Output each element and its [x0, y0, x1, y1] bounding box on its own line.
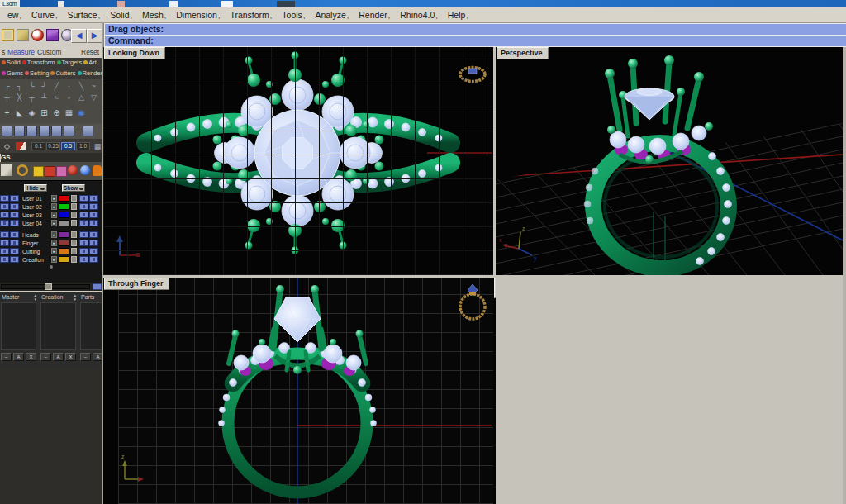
snap-button[interactable] [14, 126, 25, 136]
layer-toggle-button[interactable] [89, 248, 98, 254]
snap-button[interactable] [39, 126, 50, 136]
menu-rhino40[interactable]: Rhino4.0 [395, 10, 443, 20]
layer-toggle-button[interactable] [89, 240, 98, 246]
panel-minus-button[interactable]: − [80, 353, 91, 361]
layer-lock-button[interactable] [71, 240, 77, 246]
tool-icon[interactable]: └ [26, 81, 37, 92]
layer-color-swatch[interactable] [59, 220, 69, 226]
shelf-render[interactable]: Render [78, 69, 103, 77]
menu-analyze[interactable]: Analyze [310, 10, 354, 20]
viewport-looking-down[interactable]: Looking Down [103, 47, 493, 275]
layer-toggle-button[interactable] [89, 220, 98, 226]
layer-lock-button[interactable] [71, 231, 77, 238]
globe-icon[interactable]: ◉ [76, 107, 87, 118]
layer-toggle-button[interactable] [10, 248, 19, 254]
layer-row-cutting[interactable]: Cutting▸ [0, 248, 103, 255]
layer-toggle-button[interactable] [79, 231, 88, 238]
layer-color-swatch[interactable] [59, 212, 69, 218]
snap-button[interactable] [64, 126, 74, 136]
layer-color-swatch[interactable] [59, 203, 69, 210]
panel-spinner[interactable]: ▴▾ [74, 293, 76, 302]
tool-icon[interactable]: ┴ [39, 93, 50, 103]
shelf-art[interactable]: Art [83, 59, 97, 66]
viewport-tab-through-finger[interactable]: Through Finger [104, 278, 169, 290]
layer-color-swatch[interactable] [59, 240, 69, 246]
corner-tool-icon[interactable]: ◣ [14, 107, 25, 118]
menu-mesh[interactable]: Mesh [137, 10, 171, 20]
layer-row-user02[interactable]: User 02▸ [0, 203, 103, 211]
panel-list-box[interactable] [80, 302, 103, 350]
menu-render[interactable]: Render [354, 10, 395, 20]
layer-expand-button[interactable]: ▸ [51, 220, 57, 226]
layer-toggle-button[interactable] [89, 212, 98, 218]
layer-toggle-button[interactable] [10, 212, 19, 218]
nudge-value-01[interactable]: 0.1 [31, 142, 45, 150]
blue-sphere-icon[interactable] [80, 165, 90, 175]
layer-lock-button[interactable] [71, 195, 77, 202]
layer-row-user04[interactable]: User 04▸ [0, 220, 103, 227]
layer-toggle-button[interactable] [89, 256, 98, 263]
tool-icon[interactable]: ┐ [14, 81, 25, 92]
panel-a-button[interactable]: A [93, 353, 103, 361]
shelf-gems[interactable]: Gems [2, 69, 23, 77]
layer-toggle-button[interactable] [79, 240, 88, 246]
layer-toggle-button[interactable] [10, 220, 19, 226]
nudge-value-025[interactable]: 0.25 [46, 142, 60, 150]
menu-transform[interactable]: Transform [225, 10, 277, 20]
layer-toggle-button[interactable] [0, 231, 9, 238]
layer-expand-button[interactable]: ▸ [51, 212, 57, 218]
layer-toggle-button[interactable] [10, 231, 19, 238]
panel-minus-button[interactable]: − [1, 353, 12, 361]
layer-toggle-button[interactable] [79, 212, 88, 218]
tool-icon[interactable]: ╳ [14, 93, 25, 103]
menu-curve[interactable]: Curve [26, 10, 63, 20]
layer-toggle-button[interactable] [10, 195, 19, 202]
panel-spinner[interactable]: ▴▾ [34, 293, 36, 302]
layer-toggle-button[interactable] [10, 203, 19, 210]
snap-button[interactable] [51, 126, 62, 136]
window-tool-icon[interactable]: ⊞ [39, 107, 50, 118]
gold-box-icon[interactable] [17, 29, 29, 41]
menu-solid[interactable]: Solid [105, 10, 137, 20]
layer-lock-button[interactable] [71, 248, 77, 254]
menu-view[interactable]: ew [2, 10, 26, 20]
layer-toggle-button[interactable] [79, 248, 88, 254]
layer-row-creation[interactable]: Creation▸ [0, 256, 103, 264]
tab-measure[interactable]: Measure [7, 48, 35, 56]
layer-toggle-button[interactable] [10, 240, 19, 246]
shelf-setting[interactable]: Setting [25, 69, 49, 77]
red-sphere-icon[interactable] [31, 29, 44, 41]
layer-expand-button[interactable]: ▸ [51, 240, 57, 246]
gem-diamond-icon[interactable]: ◇ [2, 141, 12, 151]
layer-toggle-button[interactable] [0, 195, 9, 202]
layer-toggle-button[interactable] [0, 220, 9, 226]
slider-handle[interactable] [45, 283, 52, 290]
layer-toggle-button[interactable] [0, 256, 9, 263]
layer-expand-button[interactable]: ▸ [51, 195, 57, 202]
figure-icon[interactable] [93, 165, 102, 176]
menu-dimension[interactable]: Dimension [171, 10, 225, 20]
layer-toggle-button[interactable] [0, 240, 9, 246]
tool-icon[interactable]: ╲ [76, 81, 87, 92]
tab-fragment[interactable]: s [2, 48, 5, 56]
layer-row-finger[interactable]: Finger▸ [0, 240, 103, 247]
snap-button[interactable] [83, 126, 93, 136]
shelf-targets[interactable]: Targets [57, 59, 83, 66]
tool-icon[interactable]: ┘ [39, 81, 50, 92]
viewport-tab-looking-down[interactable]: Looking Down [104, 47, 165, 59]
command-history-line[interactable]: Drag objects: [105, 24, 846, 35]
panel-minus-button[interactable]: − [40, 353, 51, 361]
layer-toggle-button[interactable] [10, 256, 19, 263]
gem-tool-icon[interactable]: ◈ [26, 107, 37, 118]
tool-icon[interactable]: ┬ [26, 93, 37, 103]
shelf-transform[interactable]: Transform [22, 59, 55, 66]
layer-color-swatch[interactable] [59, 256, 69, 263]
mirror-tool-icon[interactable]: ⊕ [51, 107, 62, 118]
viewport-tab-perspective[interactable]: Perspective [497, 47, 549, 59]
viewport-splitter-horizontal2[interactable] [496, 275, 843, 278]
shelf-cutters[interactable]: Cutters [50, 69, 75, 77]
snap-button[interactable] [2, 126, 12, 136]
command-prompt[interactable]: Command: [105, 36, 846, 46]
panel-a-button[interactable]: A [13, 353, 24, 361]
layer-toggle-button[interactable] [89, 195, 98, 202]
